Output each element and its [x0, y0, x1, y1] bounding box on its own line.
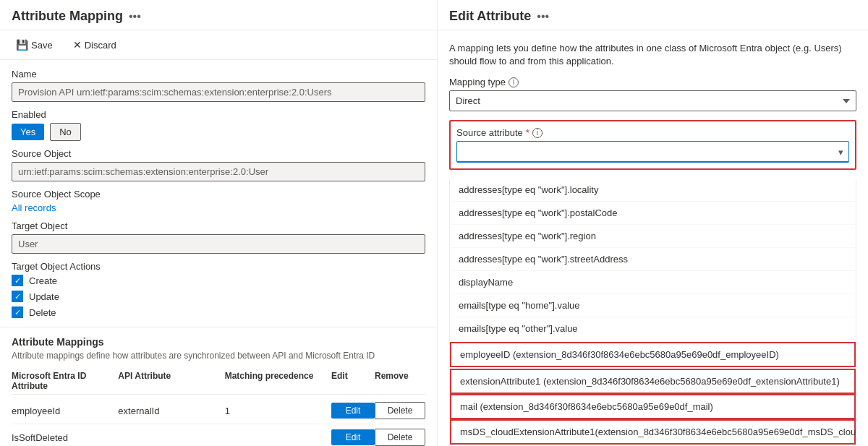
source-object-input: [12, 162, 425, 181]
edit-button-2[interactable]: Edit: [331, 429, 375, 445]
right-ellipsis-icon[interactable]: •••: [537, 10, 549, 23]
mappings-table: Microsoft Entra ID Attribute API Attribu…: [12, 368, 425, 446]
attribute-mappings-section: Attribute Mappings Attribute mappings de…: [0, 327, 437, 446]
right-header: Edit Attribute •••: [438, 0, 868, 30]
delete-label: Delete: [29, 307, 56, 318]
discard-icon: ✕: [73, 39, 82, 51]
target-actions-label: Target Object Actions: [12, 261, 425, 272]
target-object-field-group: Target Object: [12, 220, 425, 254]
table-row: IsSoftDeleted Edit Delete: [12, 424, 425, 446]
toggle-group: Yes No: [12, 123, 425, 141]
source-object-field-group: Source Object: [12, 148, 425, 181]
mapping-type-label: Mapping type i: [449, 77, 856, 87]
col-remove: Remove: [375, 371, 425, 391]
col-edit: Edit: [331, 371, 375, 391]
attr-mappings-desc: Attribute mappings define how attributes…: [12, 351, 425, 361]
api-attr-1: externalId: [118, 406, 224, 416]
right-panel-title: Edit Attribute: [449, 9, 531, 24]
list-item[interactable]: addresses[type eq "work"].region: [450, 225, 856, 248]
left-panel-title: Attribute Mapping: [12, 9, 123, 24]
enabled-label: Enabled: [12, 109, 425, 120]
enabled-field-group: Enabled Yes No: [12, 109, 425, 141]
save-icon: 💾: [16, 39, 28, 51]
discard-button[interactable]: ✕ Discard: [69, 36, 121, 53]
delete-button-1[interactable]: Delete: [375, 402, 425, 419]
edit-button-1[interactable]: Edit: [331, 403, 375, 419]
update-label: Update: [29, 291, 59, 302]
list-item-highlighted-3[interactable]: mail (extension_8d346f30f8634e6ebc5680a9…: [450, 394, 856, 419]
col-precedence: Matching precedence: [225, 371, 331, 391]
source-object-label: Source Object: [12, 148, 425, 159]
update-checkbox-item[interactable]: ✓ Update: [12, 291, 425, 302]
save-button[interactable]: 💾 Save: [12, 36, 57, 53]
target-object-input: [12, 234, 425, 254]
no-toggle[interactable]: No: [50, 123, 81, 141]
source-scope-label: Source Object Scope: [12, 189, 425, 200]
toolbar: 💾 Save ✕ Discard: [0, 30, 437, 60]
source-attr-input-wrapper: ▾: [456, 141, 849, 163]
right-description: A mapping lets you define how the attrib…: [449, 42, 856, 68]
left-header: Attribute Mapping •••: [0, 0, 437, 30]
list-item-highlighted-1[interactable]: employeeID (extension_8d346f30f8634e6ebc…: [450, 342, 856, 367]
source-attribute-group: Source attribute * i ▾: [449, 120, 856, 170]
source-scope-link[interactable]: All records: [12, 202, 425, 213]
update-checkbox[interactable]: ✓: [12, 291, 23, 302]
precedence-1: 1: [225, 406, 331, 416]
col-entra-attr: Microsoft Entra ID Attribute: [12, 371, 118, 391]
required-marker: *: [526, 127, 529, 138]
delete-checkbox[interactable]: ✓: [12, 306, 23, 318]
checkboxes: ✓ Create ✓ Update ✓ Delete: [12, 275, 425, 318]
name-field-group: Name: [12, 69, 425, 102]
form-section: Name Enabled Yes No Source Object Source…: [0, 60, 437, 327]
dropdown-scroll-area[interactable]: addresses[type eq "work"].locality addre…: [449, 179, 856, 446]
entra-attr-2: IsSoftDeleted: [12, 432, 118, 443]
entra-attr-1: employeeId: [12, 406, 118, 416]
create-checkbox[interactable]: ✓: [12, 275, 23, 286]
yes-toggle[interactable]: Yes: [12, 124, 44, 140]
name-input: [12, 82, 425, 102]
target-object-label: Target Object: [12, 220, 425, 231]
dropdown-list: addresses[type eq "work"].locality addre…: [449, 179, 856, 446]
source-attr-label: Source attribute * i: [456, 127, 849, 138]
right-content: A mapping lets you define how the attrib…: [438, 30, 868, 446]
list-item[interactable]: emails[type eq "other"].value: [450, 317, 856, 340]
source-scope-field-group: Source Object Scope All records: [12, 189, 425, 213]
delete-checkbox-item[interactable]: ✓ Delete: [12, 306, 425, 318]
right-panel: Edit Attribute ••• A mapping lets you de…: [438, 0, 868, 446]
list-item[interactable]: displayName: [450, 271, 856, 294]
list-item-highlighted-4[interactable]: msDS_cloudExtensionAttribute1(extension_…: [450, 419, 856, 445]
mapping-type-info-icon[interactable]: i: [509, 77, 519, 87]
mapping-type-select[interactable]: Direct Expression Constant: [449, 90, 856, 111]
mapping-type-group: Mapping type i Direct Expression Constan…: [449, 77, 856, 111]
list-item[interactable]: addresses[type eq "work"].postalCode: [450, 202, 856, 225]
attr-mappings-title: Attribute Mappings: [12, 336, 425, 348]
target-actions-field-group: Target Object Actions ✓ Create ✓ Update …: [12, 261, 425, 318]
name-label: Name: [12, 69, 425, 80]
list-item[interactable]: addresses[type eq "work"].locality: [450, 179, 856, 202]
list-item[interactable]: emails[type eq "home"].value: [450, 294, 856, 317]
table-row: employeeId externalId 1 Edit Delete: [12, 398, 425, 424]
left-panel: Attribute Mapping ••• 💾 Save ✕ Discard N…: [0, 0, 438, 446]
delete-button-2[interactable]: Delete: [375, 429, 425, 446]
col-api-attr: API Attribute: [118, 371, 224, 391]
list-item[interactable]: addresses[type eq "work"].streetAddress: [450, 248, 856, 271]
source-attr-input[interactable]: [456, 141, 849, 163]
mappings-table-header: Microsoft Entra ID Attribute API Attribu…: [12, 368, 425, 395]
dropdown-wrapper: addresses[type eq "work"].locality addre…: [449, 179, 856, 446]
create-checkbox-item[interactable]: ✓ Create: [12, 275, 425, 286]
left-ellipsis-icon[interactable]: •••: [129, 10, 141, 23]
source-attr-info-icon[interactable]: i: [532, 128, 542, 138]
list-item-highlighted-2[interactable]: extensionAttribute1 (extension_8d346f30f…: [450, 369, 856, 394]
create-label: Create: [29, 275, 57, 286]
